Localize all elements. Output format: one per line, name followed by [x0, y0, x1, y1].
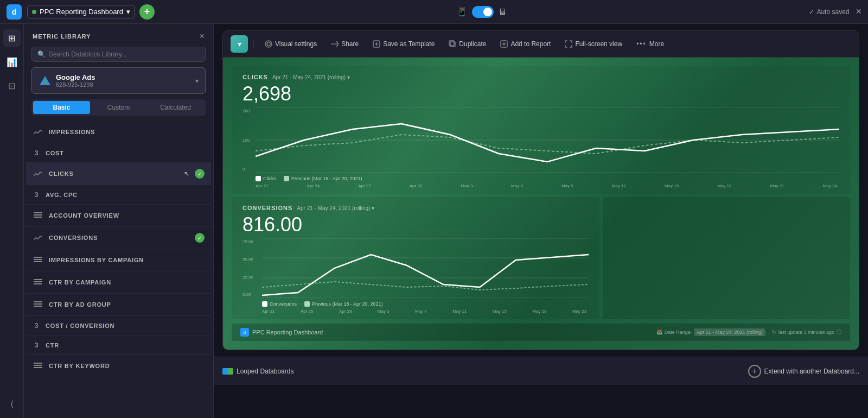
close-window-button[interactable]: × [856, 6, 861, 17]
footer-last-update-text: last update 3 minutes ago [778, 330, 834, 335]
footer-brand-icon: d [240, 328, 249, 337]
search-input[interactable] [49, 50, 200, 58]
metric-item-impressions[interactable]: IMPRESSIONS [26, 121, 211, 143]
svg-rect-12 [34, 303, 42, 305]
calendar-icon: 📅 [656, 330, 662, 335]
conversions-date-chevron: ▾ [372, 205, 374, 211]
sidebar-item-expand[interactable]: ⟨ [3, 395, 21, 413]
color-picker-button[interactable]: ▾ [231, 35, 248, 53]
content-area: ▾ Visual settings Share Save as Template [214, 24, 868, 418]
icon-sidebar: ⊞ 📊 ⊡ ⟨ [0, 24, 24, 418]
add-datablock-button[interactable]: + [139, 4, 155, 20]
metric-label-account-overview: ACCOUNT OVERVIEW [49, 212, 205, 219]
autosaved-label: Auto saved [816, 8, 849, 16]
clicks-x-may21: May 21 [770, 183, 784, 188]
metric-item-impressions-by-campaign[interactable]: IMPRESSIONS BY CAMPAIGN [26, 249, 211, 271]
info-icon: ⓘ [837, 329, 841, 336]
conv-x-may7: May 7 [415, 309, 427, 314]
footer-brand: d PPC Reporting Dashboard [240, 328, 323, 337]
metric-item-ctr[interactable]: 3 CTR [26, 335, 211, 355]
device-switcher: 📱 🖥 [155, 6, 809, 18]
share-button[interactable]: Share [326, 37, 364, 51]
data-source-name: Google Ads [56, 73, 191, 81]
clicks-x-may15: May 15 [665, 183, 679, 188]
duplicate-button[interactable]: Duplicate [443, 37, 492, 51]
metric-item-clicks[interactable]: CLICKS ↖ ✓ [26, 163, 211, 185]
legend-color-conv [262, 301, 267, 307]
clicks-legend-current: Clicks [256, 176, 276, 181]
conv-x-apr25: Apr 25 [301, 309, 314, 314]
metric-item-ctr-by-ad-group[interactable]: CTR BY AD GROUP [26, 294, 211, 316]
svg-rect-3 [34, 214, 42, 216]
footer-last-update: ↻ last update 3 minutes ago ⓘ [772, 329, 841, 336]
metric-item-cost-conversion[interactable]: 3 COST / CONVERSION [26, 316, 211, 335]
metric-number-cost: 3 [33, 149, 40, 157]
save-as-template-label: Save as Template [383, 40, 435, 48]
metric-label-impressions-by-campaign: IMPRESSIONS BY CAMPAIGN [49, 257, 205, 263]
conv-x-may3: May 3 [378, 309, 390, 314]
tab-calculated[interactable]: Calculated [147, 101, 204, 114]
sidebar-item-analytics[interactable]: 📊 [3, 53, 21, 71]
metric-item-avg-cpc[interactable]: 3 AVG. CPC [26, 185, 211, 205]
datablock-card: ▾ Visual settings Share Save as Template [222, 30, 859, 350]
metric-label-cost: COST [46, 150, 205, 156]
metric-label-avg-cpc: AVG. CPC [46, 192, 205, 198]
tab-custom[interactable]: Custom [90, 101, 147, 114]
clicks-x-may6: May 6 [511, 183, 523, 188]
empty-chart-section [603, 197, 850, 319]
metric-list: IMPRESSIONS 3 COST CLICKS ↖ ✓ 3 AVG. CPC [24, 121, 213, 418]
data-source-expand-icon[interactable]: ▾ [195, 77, 199, 85]
full-screen-button[interactable]: Full-screen view [559, 37, 628, 51]
chart-icon-clicks [33, 168, 43, 179]
more-button[interactable]: ••• More [631, 37, 669, 51]
metric-item-account-overview[interactable]: ACCOUNT OVERVIEW [26, 205, 211, 227]
metric-item-conversions[interactable]: CONVERSIONS ✓ [26, 227, 211, 249]
add-to-report-button[interactable]: Add to Report [495, 37, 556, 51]
svg-rect-5 [34, 257, 42, 258]
conversions-section: CONVERSIONS Apr 21 - May 24, 2021 (rolli… [232, 197, 599, 319]
extend-label: Extend with another Databoard... [764, 368, 859, 375]
metric-number-cost-conv: 3 [33, 321, 40, 330]
table-icon-ctr-adgroup [33, 299, 43, 310]
chart-area: CLICKS Apr 21 - May 24, 2021 (rolling) ▾… [223, 58, 859, 350]
close-panel-button[interactable]: × [200, 31, 205, 41]
footer-date-range: 📅 Date Range: Apr 21 - May 24, 2021 (rol… [656, 328, 765, 336]
clicks-date-range-text: Apr 21 - May 24, 2021 (rolling) [272, 74, 346, 80]
metric-item-ctr-by-campaign[interactable]: CTR BY CAMPAIGN [26, 271, 211, 294]
conversions-date-range[interactable]: Apr 21 - May 24, 2021 (rolling) ▾ [297, 205, 374, 211]
search-box[interactable]: 🔍 [31, 47, 206, 62]
sidebar-item-layers[interactable]: ⊡ [3, 77, 21, 94]
conversions-svg [262, 238, 589, 298]
desktop-icon[interactable]: 🖥 [498, 7, 507, 17]
table-icon-imp-campaign [33, 255, 43, 265]
metric-label-clicks: CLICKS [49, 170, 189, 177]
metric-label-ctr-by-ad-group: CTR BY AD GROUP [49, 301, 205, 308]
tab-basic[interactable]: Basic [33, 101, 90, 114]
clicks-x-may18: May 18 [717, 183, 731, 188]
full-screen-label: Full-screen view [575, 40, 622, 48]
clicks-x-apr30: Apr 30 [410, 183, 423, 188]
extend-databoard-button[interactable]: + Extend with another Databoard... [748, 365, 859, 378]
clicks-y-0: 0 [242, 167, 250, 172]
metric-item-ctr-by-keyword[interactable]: CTR BY KEYWORD [26, 355, 211, 377]
mobile-icon[interactable]: 📱 [457, 7, 468, 17]
sidebar-item-blocks[interactable]: ⊞ [3, 29, 21, 47]
dashboard-name-button[interactable]: PPC Reporting Dashboard ▾ [27, 5, 135, 18]
dashboard-name-label: PPC Reporting Dashboard [40, 8, 123, 16]
svg-rect-9 [34, 281, 42, 282]
clicks-x-axis: Apr 21 Apr 24 Apr 27 Apr 30 May 3 May 6 … [242, 183, 839, 188]
svg-rect-11 [34, 301, 42, 302]
data-source-card[interactable]: Google Ads 628-925-1298 ▾ [31, 67, 206, 94]
save-as-template-button[interactable]: Save as Template [367, 37, 440, 51]
legend-label-conv-prev: Previous (Mar 18 - Apr 20, 2021) [312, 301, 383, 307]
chart-footer: d PPC Reporting Dashboard 📅 Date Range: … [232, 324, 850, 341]
google-ads-icon [39, 74, 52, 87]
visual-settings-button[interactable]: Visual settings [259, 37, 322, 51]
metric-item-cost[interactable]: 3 COST [26, 143, 211, 163]
table-icon-ctr-campaign [33, 277, 43, 288]
clicks-date-range[interactable]: Apr 21 - May 24, 2021 (rolling) ▾ [272, 74, 350, 80]
device-toggle[interactable] [472, 6, 494, 18]
metric-library-header: METRIC LIBRARY × [24, 24, 213, 47]
svg-rect-10 [34, 283, 42, 284]
legend-label-conv: Conversions [270, 301, 297, 307]
